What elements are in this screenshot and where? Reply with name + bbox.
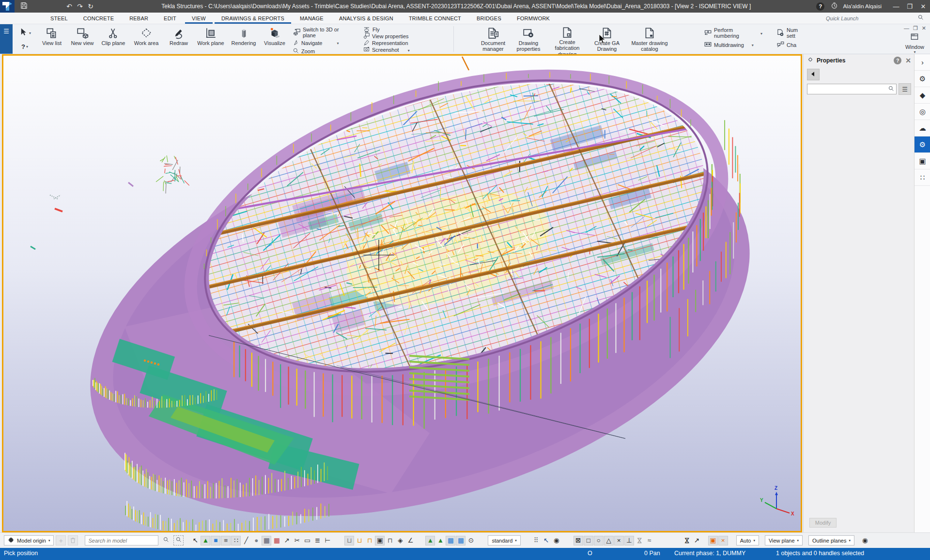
restore-button[interactable]: ❐: [903, 0, 916, 12]
ortho-icon[interactable]: ▣: [708, 536, 718, 545]
quick-launch-search[interactable]: Quick Launch: [823, 14, 927, 23]
create-fabrication-drawing-button[interactable]: Create fabrication drawing: [547, 24, 588, 54]
snap-arrow-icon[interactable]: ↗: [692, 536, 702, 545]
window-button[interactable]: Window ▾: [905, 32, 924, 54]
redo-icon[interactable]: ↷: [75, 1, 85, 12]
document-manager-button[interactable]: Document manager: [476, 24, 510, 54]
ribbon-tab[interactable]: BRIDGES: [469, 13, 509, 24]
pattern-a-icon[interactable]: ▩: [446, 536, 455, 545]
diamond-icon[interactable]: ◈: [395, 536, 405, 545]
representation-button[interactable]: Representation: [363, 40, 431, 47]
render-photo-icon[interactable]: ▲: [425, 536, 435, 545]
visibility-2-icon[interactable]: ◉: [860, 536, 870, 545]
switch-3d-button[interactable]: Switch to 3D or plane: [293, 27, 363, 39]
numbering-settings-button[interactable]: Num sett: [776, 27, 811, 40]
panel-icon[interactable]: ▣: [375, 536, 385, 545]
angle-icon[interactable]: ∠: [405, 536, 415, 545]
visibility-icon[interactable]: ◉: [552, 536, 561, 545]
ribbon-tab[interactable]: DRAWINGS & REPORTS: [214, 13, 292, 24]
expand-panel-icon[interactable]: ›: [914, 54, 930, 71]
ribbon-tab[interactable]: FORMWORK: [509, 13, 558, 24]
render-triangle-icon[interactable]: ▲: [435, 536, 445, 545]
help-settings-icon[interactable]: ⚙: [914, 71, 930, 87]
model-search-button[interactable]: [161, 535, 171, 545]
components-icon[interactable]: ∷: [914, 169, 930, 186]
auto-dropdown[interactable]: Auto▾: [736, 535, 759, 545]
measure-pole-icon[interactable]: ⊢: [323, 536, 332, 545]
snap-cross-icon[interactable]: ×: [614, 536, 624, 545]
create-ga-drawing-button[interactable]: Create GA Drawing: [588, 24, 626, 54]
joint-gray-icon[interactable]: ⊔: [344, 536, 354, 545]
solid-icon[interactable]: ●: [251, 536, 261, 545]
snap-hourglass-icon[interactable]: ⋈: [682, 536, 692, 545]
inquire-tool-button[interactable]: ?▾: [21, 40, 28, 53]
mdi-restore-icon[interactable]: ❐: [913, 25, 918, 31]
snap-square-icon[interactable]: □: [584, 536, 593, 545]
outline-planes-dropdown[interactable]: Outline planes▾: [808, 535, 854, 545]
snap-frame-icon[interactable]: ⊠: [574, 536, 583, 545]
snap-free-icon[interactable]: ≈: [645, 536, 654, 545]
select-tool-button[interactable]: ▾: [18, 26, 31, 40]
multidrawing-button[interactable]: Multidrawing▾: [704, 40, 776, 50]
window-select-icon[interactable]: ▭: [302, 536, 312, 545]
model-search-input[interactable]: [85, 535, 158, 545]
add-origin-button[interactable]: +: [56, 535, 66, 545]
ribbon-tab[interactable]: CONCRETE: [76, 13, 122, 24]
ribbon-menu-strip[interactable]: ☰: [0, 24, 13, 54]
model-origin-dropdown[interactable]: Model origin ▾: [4, 535, 54, 545]
work-area-button[interactable]: Work area: [129, 24, 164, 54]
ribbon-tab[interactable]: REBAR: [122, 13, 156, 24]
work-plane-button[interactable]: Work plane: [194, 24, 228, 54]
history-icon[interactable]: ↻: [85, 1, 96, 12]
user-name[interactable]: Ala'aldin Alqaisi: [843, 3, 882, 9]
selection-filter-dropdown[interactable]: standard▾: [488, 535, 520, 545]
model-search-scope-button[interactable]: [173, 535, 184, 545]
pattern-b-icon[interactable]: ▩: [456, 536, 465, 545]
ribbon-tab[interactable]: ANALYSIS & DESIGN: [331, 13, 401, 24]
ribbon-tab[interactable]: TRIMBLE CONNECT: [401, 13, 469, 24]
perform-numbering-button[interactable]: Perform numbering▾: [704, 27, 776, 40]
rendering-button[interactable]: Rendering: [228, 24, 260, 54]
minimize-button[interactable]: —: [889, 0, 903, 12]
redraw-button[interactable]: Redraw: [164, 24, 194, 54]
grid-a-icon[interactable]: ▦: [262, 536, 271, 545]
smart-select-icon[interactable]: ↖: [542, 536, 551, 545]
close-button[interactable]: ✕: [916, 0, 930, 12]
snap-cone-icon[interactable]: ▲: [201, 536, 210, 545]
snap-triangle-icon[interactable]: △: [604, 536, 614, 545]
points-icon[interactable]: ∷: [231, 536, 241, 545]
view-plane-dropdown[interactable]: View plane▾: [765, 535, 803, 545]
model-viewport[interactable]: ZYX: [2, 54, 802, 532]
model-box-icon[interactable]: ▣: [914, 153, 930, 169]
save-icon[interactable]: [18, 1, 29, 12]
grid-lines-icon[interactable]: ≡: [221, 536, 231, 545]
new-view-button[interactable]: New view: [67, 24, 98, 54]
master-drawing-catalog-button[interactable]: Master drawing catalog: [626, 24, 673, 54]
view-list-button[interactable]: View list: [37, 24, 67, 54]
snap-perpendicular-icon[interactable]: ⊥: [624, 536, 634, 545]
ribbon-tab[interactable]: MANAGE: [292, 13, 331, 24]
mdi-minimize-icon[interactable]: —: [904, 25, 909, 31]
joint-orange-2-icon[interactable]: ⊓: [365, 536, 374, 545]
cloud-icon[interactable]: ☁: [914, 120, 930, 136]
learning-icon[interactable]: ◆: [914, 87, 930, 104]
ribbon-tab[interactable]: VIEW: [184, 13, 214, 24]
properties-search-input[interactable]: [807, 84, 897, 94]
properties-gear-icon[interactable]: ⚙: [914, 136, 930, 153]
navigate-button[interactable]: Navigate▾: [293, 39, 363, 47]
mdi-close-icon[interactable]: ✕: [922, 25, 926, 31]
view-properties-button[interactable]: View properties: [363, 33, 431, 40]
screenshot-button[interactable]: Screenshot▾: [363, 47, 431, 54]
collaborate-globe-icon[interactable]: ◎: [914, 104, 930, 120]
hamburger-icon[interactable]: ☰: [3, 28, 9, 34]
change-button[interactable]: Cha: [776, 40, 811, 50]
mesh-ball-icon[interactable]: ⠿: [531, 536, 541, 545]
levels-icon[interactable]: ≣: [312, 536, 322, 545]
ribbon-tab[interactable]: EDIT: [156, 13, 184, 24]
bracket-icon[interactable]: ⊓: [385, 536, 395, 545]
select-cursor-icon[interactable]: ↖: [190, 536, 200, 545]
help-icon[interactable]: ?: [816, 2, 824, 11]
undo-icon[interactable]: ↶: [64, 1, 75, 12]
delete-origin-button[interactable]: [68, 535, 78, 545]
trace-icon[interactable]: ⊙: [466, 536, 476, 545]
